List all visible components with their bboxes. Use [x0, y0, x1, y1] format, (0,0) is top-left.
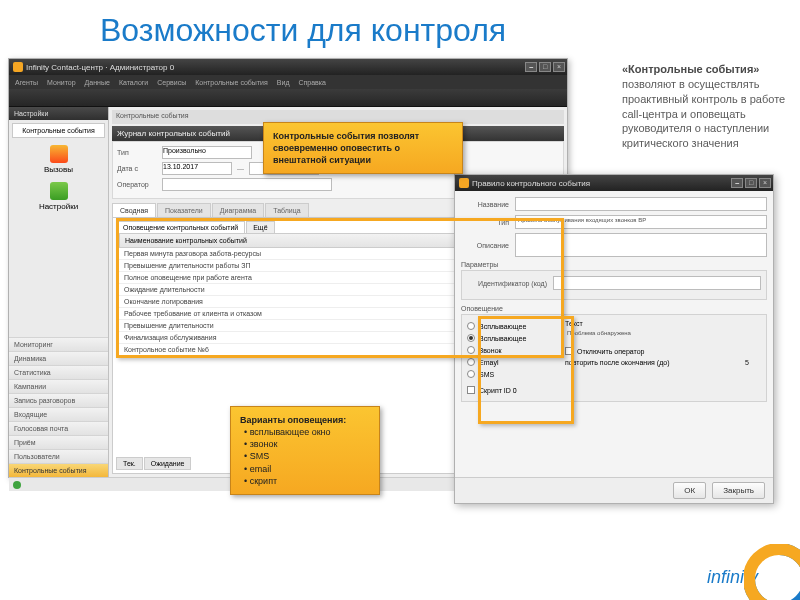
param-input[interactable] — [553, 276, 761, 290]
radio-email[interactable] — [467, 358, 475, 366]
prop-icon — [459, 178, 469, 188]
params-group: Идентификатор (код) — [461, 270, 767, 300]
ok-button[interactable]: ОК — [673, 482, 706, 499]
nav-header: Настройки — [9, 107, 108, 120]
chk-disable-op[interactable] — [565, 347, 573, 355]
prop-minimize[interactable]: ‒ — [731, 178, 743, 188]
notify-group: Всплывающее Всплывающее Звонок Emayl SMS… — [461, 314, 767, 402]
nav-recording[interactable]: Запись разговоров — [9, 393, 108, 407]
admin-title: Infinity Contact-центр · Администратор 0 — [26, 63, 174, 72]
chk-script[interactable] — [467, 386, 475, 394]
notify-text-input[interactable]: Проблема обнаружена — [565, 329, 761, 342]
prop-titlebar[interactable]: Правило контрольного события ‒ □ × — [455, 175, 773, 191]
app-icon — [13, 62, 23, 72]
nav-voicemail[interactable]: Голосовая почта — [9, 421, 108, 435]
screenshot-area: Infinity Contact-центр · Администратор 0… — [8, 58, 792, 558]
type-dropdown[interactable]: Правило обслуживания входящих звонков ВР — [515, 215, 767, 229]
tab-indicators[interactable]: Показатели — [157, 203, 211, 217]
close-button[interactable]: × — [553, 62, 565, 72]
date-from-input[interactable]: 13.10.2017 — [162, 162, 232, 175]
nav-sidebar: Настройки Контрольные события Вызовы Нас… — [9, 107, 109, 477]
tab-summary[interactable]: Сводная — [112, 203, 156, 217]
repeat-input[interactable]: 5 — [733, 359, 761, 366]
nav-icon-calls[interactable]: Вызовы — [9, 141, 108, 178]
bottom-tab-current[interactable]: Тек. — [116, 457, 143, 470]
menubar[interactable]: АгентыМониторДанныеКаталогиСервисыКонтро… — [9, 75, 567, 89]
inner-tab-more[interactable]: Ещё — [246, 221, 274, 233]
status-dot-icon — [13, 481, 21, 489]
radio-popup2[interactable] — [467, 334, 475, 342]
prop-maximize[interactable]: □ — [745, 178, 757, 188]
tab-table[interactable]: Таблица — [265, 203, 308, 217]
nav-incoming[interactable]: Входящие — [9, 407, 108, 421]
bottom-tab-waiting[interactable]: Ожидание — [144, 457, 192, 470]
desc-textarea[interactable] — [515, 233, 767, 257]
slide-title: Возможности для контроля — [0, 0, 800, 53]
toolbar[interactable] — [9, 89, 567, 107]
operator-select[interactable] — [162, 178, 332, 191]
nav-active-section[interactable]: Контрольные события — [12, 123, 105, 138]
nav-monitoring[interactable]: Мониторинг — [9, 337, 108, 351]
nav-users[interactable]: Пользователи — [9, 449, 108, 463]
prop-footer: ОК Закрыть — [455, 477, 773, 503]
logo-swirl-icon — [744, 544, 800, 600]
maximize-button[interactable]: □ — [539, 62, 551, 72]
logo: infinity — [650, 555, 800, 600]
name-input[interactable] — [515, 197, 767, 211]
prop-close[interactable]: × — [759, 178, 771, 188]
radio-popup[interactable] — [467, 322, 475, 330]
minimize-button[interactable]: ‒ — [525, 62, 537, 72]
type-select[interactable]: Произвольно — [162, 146, 252, 159]
inner-tab-alerts[interactable]: Оповещение контрольных событий — [116, 221, 245, 233]
callout-notify: Варианты оповещения: всплывающее окно зв… — [230, 406, 380, 495]
radio-call[interactable] — [467, 346, 475, 354]
properties-window: Правило контрольного события ‒ □ × Назва… — [454, 174, 774, 504]
nav-icon-settings[interactable]: Настройки — [9, 178, 108, 215]
notes-area[interactable] — [461, 407, 767, 435]
radio-sms[interactable] — [467, 370, 475, 378]
nav-campaigns[interactable]: Кампании — [9, 379, 108, 393]
callout-events: Контрольные события позволят своевременн… — [263, 122, 463, 174]
tab-diagram[interactable]: Диаграмма — [212, 203, 264, 217]
nav-stats[interactable]: Статистика — [9, 365, 108, 379]
prop-title: Правило контрольного события — [472, 179, 590, 188]
admin-titlebar[interactable]: Infinity Contact-центр · Администратор 0… — [9, 59, 567, 75]
nav-dynamics[interactable]: Динамика — [9, 351, 108, 365]
cancel-button[interactable]: Закрыть — [712, 482, 765, 499]
nav-accept[interactable]: Приём — [9, 435, 108, 449]
nav-control-events[interactable]: Контрольные события — [9, 463, 108, 477]
